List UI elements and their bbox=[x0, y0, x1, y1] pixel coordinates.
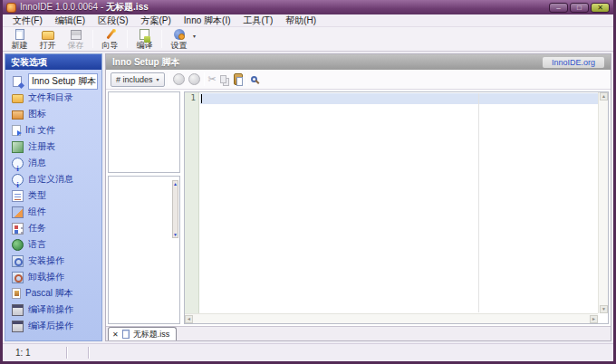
types-icon bbox=[12, 190, 24, 202]
open-button-label: 打开 bbox=[40, 41, 56, 50]
toolbar-separator bbox=[168, 72, 169, 86]
line-number-gutter: 1 bbox=[185, 92, 199, 313]
sidebar-item-custom-messages[interactable]: 自定义消息 bbox=[5, 171, 101, 187]
ini-file-icon bbox=[12, 125, 21, 136]
sidebar-item-languages[interactable]: 语言 bbox=[5, 236, 101, 253]
sidebar: 安装选项 Inno Setup 脚本 文件和目录 图标 Ini 文件 bbox=[5, 53, 102, 341]
save-disk-icon bbox=[71, 28, 82, 41]
globe-icon bbox=[12, 239, 24, 251]
statusbar-separator bbox=[88, 347, 90, 359]
settings-gear-icon bbox=[174, 28, 185, 41]
menu-tools[interactable]: 工具(T) bbox=[237, 14, 280, 26]
sidebar-item-types[interactable]: 类型 bbox=[5, 187, 101, 204]
new-button-label: 新建 bbox=[12, 41, 28, 50]
scroll-down-icon[interactable]: ▼ bbox=[600, 305, 608, 313]
side-panels: ▲ ▼ bbox=[108, 91, 180, 324]
panel-scrollbar[interactable]: ▲ ▼ bbox=[172, 180, 178, 238]
save-button[interactable]: 保存 bbox=[62, 27, 90, 51]
includes-dropdown[interactable]: # includes ▾ bbox=[111, 72, 165, 87]
editor-vscrollbar[interactable]: ▲ ▼ bbox=[598, 92, 608, 313]
wizard-button-label: 向导 bbox=[102, 41, 119, 50]
menu-sections[interactable]: 区段(S) bbox=[91, 14, 134, 26]
main-panel: Inno Setup 脚本 InnoIDE.org # includes ▾ ✂ bbox=[105, 53, 611, 341]
tab-close-icon[interactable]: ✕ bbox=[112, 330, 119, 339]
window-title-document: 无标题.iss bbox=[106, 2, 149, 12]
folder-icon bbox=[12, 94, 24, 103]
app-icon bbox=[6, 3, 16, 13]
right-margin-line bbox=[478, 93, 479, 312]
editor-region: ▲ ▼ 1 ▲ ▼ bbox=[106, 90, 611, 326]
settings-dropdown-caret[interactable]: ▾ bbox=[193, 27, 198, 51]
editor-toolbar: # includes ▾ ✂ bbox=[106, 70, 611, 90]
toolbar-separator bbox=[127, 30, 128, 48]
icons-folder-icon bbox=[12, 110, 24, 120]
navigate-back-button[interactable] bbox=[173, 73, 185, 85]
document-icon bbox=[122, 330, 130, 339]
sidebar-item-precompile[interactable]: 编译前操作 bbox=[5, 302, 101, 318]
postcompile-icon bbox=[12, 321, 24, 332]
scroll-left-icon[interactable]: ◄ bbox=[185, 315, 193, 323]
current-line-highlight bbox=[200, 93, 598, 104]
window-controls: – □ ✕ bbox=[549, 3, 610, 13]
maximize-button[interactable]: □ bbox=[570, 3, 589, 13]
paste-icon[interactable] bbox=[234, 73, 243, 85]
menu-file[interactable]: 文件(F) bbox=[6, 14, 49, 26]
pascal-script-icon bbox=[12, 288, 21, 299]
copy-icon[interactable] bbox=[220, 75, 226, 83]
menu-inno-script[interactable]: Inno 脚本(I) bbox=[178, 14, 237, 26]
wizard-wand-icon bbox=[104, 28, 117, 41]
sidebar-item-messages[interactable]: 消息 bbox=[5, 155, 101, 171]
sidebar-item-inno-setup-script[interactable]: Inno Setup 脚本 bbox=[5, 73, 101, 90]
scroll-right-icon[interactable]: ► bbox=[590, 315, 598, 323]
tab-untitled[interactable]: ✕ 无标题.iss bbox=[108, 327, 177, 340]
line-number: 1 bbox=[191, 93, 196, 102]
innoide-org-link[interactable]: InnoIDE.org bbox=[543, 57, 604, 68]
components-icon bbox=[12, 206, 24, 218]
new-button[interactable]: 新建 bbox=[5, 27, 34, 51]
save-button-label: 保存 bbox=[68, 41, 84, 50]
sidebar-item-pascal-script[interactable]: Pascal 脚本 bbox=[5, 285, 101, 302]
sidebar-item-registry[interactable]: 注册表 bbox=[5, 139, 101, 155]
navigate-forward-button[interactable] bbox=[188, 73, 200, 85]
toolbar-separator bbox=[92, 30, 93, 48]
includes-dropdown-label: # includes bbox=[116, 75, 153, 84]
scroll-up-icon[interactable]: ▲ bbox=[600, 92, 608, 101]
sidebar-item-uninstall-run[interactable]: 卸载操作 bbox=[5, 269, 101, 285]
search-icon[interactable] bbox=[251, 76, 257, 82]
toolbar-separator bbox=[161, 30, 162, 48]
close-button[interactable]: ✕ bbox=[591, 3, 610, 13]
sidebar-item-icons[interactable]: 图标 bbox=[5, 106, 101, 122]
code-editor[interactable]: 1 ▲ ▼ ◄ ► bbox=[184, 91, 609, 324]
sections-panel[interactable] bbox=[108, 91, 180, 173]
open-button[interactable]: 打开 bbox=[34, 27, 62, 51]
sidebar-item-ini-files[interactable]: Ini 文件 bbox=[5, 122, 101, 139]
sidebar-item-components[interactable]: 组件 bbox=[5, 204, 101, 220]
sidebar-item-files-dirs[interactable]: 文件和目录 bbox=[5, 90, 101, 106]
outline-panel[interactable]: ▲ ▼ bbox=[108, 176, 180, 324]
section-title: Inno Setup 脚本 bbox=[112, 56, 543, 69]
cut-icon[interactable]: ✂ bbox=[208, 73, 217, 85]
wizard-button[interactable]: 向导 bbox=[96, 27, 124, 51]
scroll-down-icon[interactable]: ▼ bbox=[173, 232, 178, 237]
open-folder-icon bbox=[42, 28, 54, 41]
chevron-down-icon: ▾ bbox=[157, 76, 159, 82]
compile-icon bbox=[140, 28, 149, 41]
minimize-button[interactable]: – bbox=[549, 3, 568, 13]
sidebar-item-postcompile[interactable]: 编译后操作 bbox=[5, 318, 101, 334]
main-header: Inno Setup 脚本 InnoIDE.org bbox=[106, 54, 611, 70]
menu-edit[interactable]: 编辑(E) bbox=[49, 14, 91, 26]
toolbar-separator bbox=[246, 72, 247, 86]
menu-help[interactable]: 帮助(H) bbox=[279, 14, 322, 26]
text-cursor bbox=[201, 94, 202, 103]
settings-button[interactable]: 设置 bbox=[165, 27, 193, 51]
sidebar-item-install-run[interactable]: 安装操作 bbox=[5, 253, 101, 269]
editor-hscrollbar[interactable]: ◄ ► bbox=[185, 313, 598, 323]
tasks-icon bbox=[12, 223, 24, 235]
menu-project[interactable]: 方案(P) bbox=[134, 14, 177, 26]
sidebar-list: Inno Setup 脚本 文件和目录 图标 Ini 文件 注册表 bbox=[5, 70, 101, 340]
sidebar-item-tasks[interactable]: 任务 bbox=[5, 220, 101, 236]
scroll-up-icon[interactable]: ▲ bbox=[173, 181, 178, 187]
compile-button[interactable]: 编译 bbox=[130, 27, 159, 51]
new-document-icon bbox=[15, 28, 24, 41]
cursor-position: 1: 1 bbox=[3, 348, 66, 358]
